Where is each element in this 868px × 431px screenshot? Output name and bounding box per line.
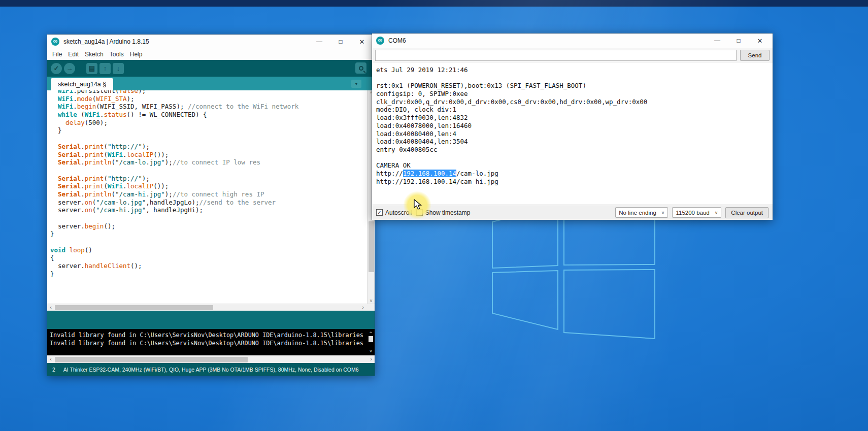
- console-horizontal-scrollbar[interactable]: ‹ ›: [47, 355, 375, 363]
- serial-output[interactable]: ets Jul 29 2019 12:21:46 rst:0x1 (POWERO…: [372, 63, 773, 205]
- show-timestamp-checkbox[interactable]: [416, 209, 423, 216]
- new-sketch-button[interactable]: ▤: [86, 63, 97, 74]
- serial-output-line: ets Jul 29 2019 12:21:46: [376, 66, 769, 74]
- editor-vscroll-thumb[interactable]: [369, 221, 374, 272]
- scroll-left-icon[interactable]: ‹: [47, 356, 54, 363]
- minimize-button[interactable]: —: [309, 35, 330, 49]
- code-line: server.on("/cam-lo.jpg",handleJpgLo);//s…: [50, 198, 367, 207]
- code-line: }: [50, 270, 367, 278]
- arduino-app-icon: ∞: [51, 38, 59, 46]
- console-vertical-scrollbar[interactable]: ^ v: [367, 329, 375, 355]
- editor-hscroll-thumb[interactable]: [55, 305, 213, 310]
- baud-rate-dropdown[interactable]: 115200 baud ∨: [672, 207, 721, 218]
- selected-ip-text: 192.168.100.14: [403, 170, 456, 177]
- arduino-titlebar[interactable]: ∞ sketch_aug14a | Arduino 1.8.15 — □ ✕: [47, 35, 375, 49]
- show-timestamp-control[interactable]: Show timestamp: [416, 209, 471, 216]
- code-line: Serial.print("http://");: [50, 143, 367, 151]
- clear-output-button[interactable]: Clear output: [725, 207, 769, 218]
- code-line: Serial.println("/cam-lo.jpg");//to conne…: [50, 158, 367, 167]
- board-info: AI Thinker ESP32-CAM, 240MHz (WiFi/BT), …: [63, 367, 359, 373]
- menu-help[interactable]: Help: [127, 50, 146, 59]
- serial-output-line: load:0x40080400,len:4: [376, 130, 769, 138]
- scroll-left-icon[interactable]: ‹: [47, 304, 54, 311]
- scroll-down-icon[interactable]: v: [368, 298, 375, 303]
- serial-output-line: CAMERA OK: [376, 161, 769, 170]
- status-message-band: [47, 311, 375, 329]
- serial-output-line: http://192.168.100.14/cam-lo.jpg: [376, 170, 769, 178]
- serial-monitor-icon: [359, 66, 363, 71]
- arduino-app-icon: ∞: [376, 37, 384, 45]
- maximize-button[interactable]: □: [330, 35, 351, 49]
- code-line: {: [50, 254, 367, 262]
- maximize-button[interactable]: □: [728, 34, 749, 48]
- code-area: WiFi.persistent(false); WiFi.mode(WIFI_S…: [47, 90, 367, 278]
- close-button[interactable]: ✕: [351, 35, 373, 49]
- scroll-right-icon[interactable]: ›: [359, 304, 366, 311]
- save-sketch-icon: ↓: [117, 65, 120, 72]
- serial-titlebar[interactable]: ∞ COM6 — □ ✕: [372, 34, 773, 48]
- autoscroll-control[interactable]: ✓ Autoscroll: [376, 209, 412, 216]
- code-line: }: [50, 230, 367, 238]
- open-sketch-icon: ↑: [104, 65, 107, 72]
- serial-window-title: COM6: [388, 37, 406, 44]
- serial-monitor-bottom-bar: ✓ Autoscroll Show timestamp No line endi…: [372, 205, 773, 220]
- tab-list-button[interactable]: ▼: [351, 80, 361, 88]
- code-line: while (WiFi.status() != WL_CONNECTED) {: [50, 111, 367, 119]
- console-error-line: Invalid library found in C:\Users\Servis…: [50, 339, 365, 347]
- serial-output-line: entry 0x400805cc: [376, 146, 769, 154]
- code-line: WiFi.persistent(false);: [50, 90, 367, 95]
- code-line: Serial.print(WiFi.localIP());: [50, 182, 367, 190]
- line-ending-dropdown[interactable]: No line ending ∨: [615, 207, 668, 218]
- menu-file[interactable]: File: [49, 50, 65, 59]
- close-button[interactable]: ✕: [749, 34, 771, 48]
- code-editor[interactable]: WiFi.persistent(false); WiFi.mode(WIFI_S…: [47, 90, 375, 304]
- code-line: server.begin();: [50, 222, 367, 230]
- open-sketch-button[interactable]: ↑: [99, 63, 111, 74]
- minimize-button[interactable]: —: [707, 34, 728, 48]
- toolbar: ✓→▤↑↓: [47, 60, 375, 77]
- serial-output-line: rst:0x1 (POWERON_RESET),boot:0x13 (SPI_F…: [376, 82, 769, 90]
- arduino-window-title: sketch_aug14a | Arduino 1.8.15: [63, 38, 149, 45]
- code-line: server.handleClient();: [50, 262, 367, 270]
- code-line: WiFi.mode(WIFI_STA);: [50, 95, 367, 103]
- code-line: [50, 135, 367, 143]
- desktop-top-strip: [0, 0, 868, 7]
- editor-horizontal-scrollbar[interactable]: ‹ ›: [47, 304, 375, 311]
- console-vscroll-thumb[interactable]: [369, 336, 373, 342]
- code-line: void loop(): [50, 246, 367, 254]
- menu-tools[interactable]: Tools: [107, 50, 127, 59]
- tab-label: sketch_aug14a §: [58, 81, 106, 88]
- code-line: WiFi.begin(WIFI_SSID, WIFI_PASS); //conn…: [50, 103, 367, 111]
- build-console: Invalid library found in C:\Users\Servis…: [47, 329, 375, 355]
- baud-rate-value: 115200 baud: [676, 210, 709, 216]
- send-button[interactable]: Send: [740, 50, 770, 61]
- new-sketch-icon: ▤: [89, 65, 95, 72]
- serial-output-line: configsip: 0, SPIWP:0xee: [376, 90, 769, 98]
- serial-output-line: [376, 74, 769, 82]
- line-ending-value: No line ending: [619, 210, 656, 216]
- menu-sketch[interactable]: Sketch: [82, 50, 107, 59]
- serial-output-line: load:0x40080404,len:3504: [376, 138, 769, 146]
- serial-output-line: load:0x40078000,len:16460: [376, 122, 769, 130]
- send-row: Send: [372, 48, 773, 63]
- current-line-number: 2: [52, 367, 55, 373]
- tab-bar: sketch_aug14a § ▼: [47, 77, 375, 90]
- tab-sketch-aug14a[interactable]: sketch_aug14a §: [51, 78, 113, 90]
- code-line: delay(500);: [50, 119, 367, 127]
- serial-input[interactable]: [375, 50, 737, 61]
- chevron-down-icon: ▼: [354, 82, 358, 86]
- chevron-down-icon: ∨: [715, 210, 718, 215]
- chevron-down-icon: ∨: [661, 210, 665, 215]
- code-line: [50, 238, 367, 246]
- ide-status-bar: 2 AI Thinker ESP32-CAM, 240MHz (WiFi/BT)…: [47, 363, 375, 376]
- scroll-right-icon[interactable]: ›: [368, 356, 375, 363]
- scroll-down-icon[interactable]: v: [367, 347, 375, 355]
- verify-button[interactable]: ✓: [51, 63, 62, 74]
- serial-output-line: http://192.168.100.14/cam-hi.jpg: [376, 178, 769, 186]
- upload-button[interactable]: →: [64, 63, 75, 74]
- menu-edit[interactable]: Edit: [65, 50, 82, 59]
- console-hscroll-thumb[interactable]: [55, 357, 248, 362]
- serial-monitor-button[interactable]: [355, 62, 366, 74]
- autoscroll-checkbox[interactable]: ✓: [376, 209, 383, 216]
- save-sketch-button[interactable]: ↓: [113, 63, 124, 74]
